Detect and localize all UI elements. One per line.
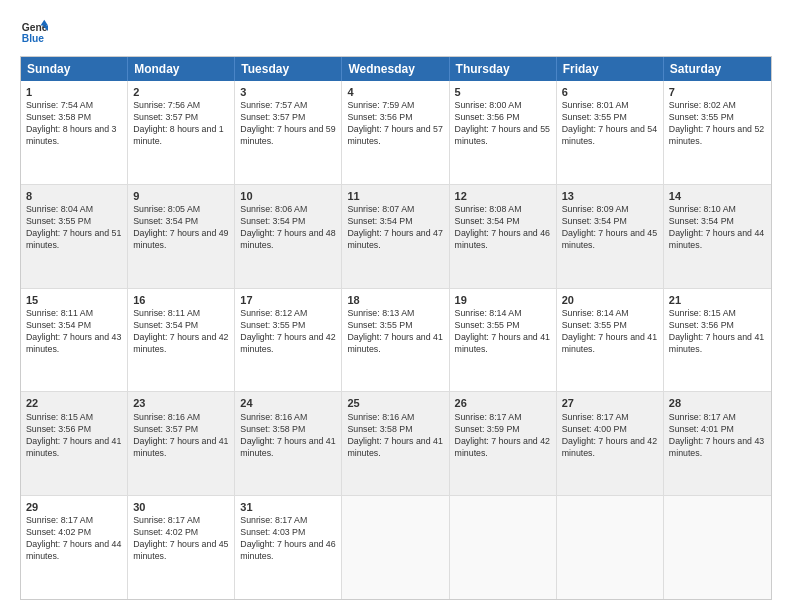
calendar-week-row: 29Sunrise: 8:17 AMSunset: 4:02 PMDayligh… bbox=[21, 495, 771, 599]
calendar-cell: 2Sunrise: 7:56 AMSunset: 3:57 PMDaylight… bbox=[128, 81, 235, 184]
cell-text: Sunrise: 8:07 AMSunset: 3:54 PMDaylight:… bbox=[347, 204, 442, 250]
calendar-cell: 27Sunrise: 8:17 AMSunset: 4:00 PMDayligh… bbox=[557, 392, 664, 495]
weekday-header: Sunday bbox=[21, 57, 128, 81]
calendar-body: 1Sunrise: 7:54 AMSunset: 3:58 PMDaylight… bbox=[21, 81, 771, 599]
calendar-cell: 5Sunrise: 8:00 AMSunset: 3:56 PMDaylight… bbox=[450, 81, 557, 184]
cell-text: Sunrise: 8:17 AMSunset: 3:59 PMDaylight:… bbox=[455, 412, 550, 458]
cell-text: Sunrise: 8:10 AMSunset: 3:54 PMDaylight:… bbox=[669, 204, 764, 250]
day-number: 22 bbox=[26, 396, 122, 410]
calendar-cell: 13Sunrise: 8:09 AMSunset: 3:54 PMDayligh… bbox=[557, 185, 664, 288]
day-number: 28 bbox=[669, 396, 766, 410]
day-number: 6 bbox=[562, 85, 658, 99]
calendar-cell: 15Sunrise: 8:11 AMSunset: 3:54 PMDayligh… bbox=[21, 289, 128, 392]
day-number: 10 bbox=[240, 189, 336, 203]
day-number: 5 bbox=[455, 85, 551, 99]
cell-text: Sunrise: 8:01 AMSunset: 3:55 PMDaylight:… bbox=[562, 100, 657, 146]
day-number: 16 bbox=[133, 293, 229, 307]
day-number: 11 bbox=[347, 189, 443, 203]
weekday-header: Monday bbox=[128, 57, 235, 81]
calendar-cell: 18Sunrise: 8:13 AMSunset: 3:55 PMDayligh… bbox=[342, 289, 449, 392]
calendar-cell: 29Sunrise: 8:17 AMSunset: 4:02 PMDayligh… bbox=[21, 496, 128, 599]
cell-text: Sunrise: 8:17 AMSunset: 4:02 PMDaylight:… bbox=[133, 515, 228, 561]
calendar-cell: 14Sunrise: 8:10 AMSunset: 3:54 PMDayligh… bbox=[664, 185, 771, 288]
calendar-week-row: 22Sunrise: 8:15 AMSunset: 3:56 PMDayligh… bbox=[21, 391, 771, 495]
weekday-header: Wednesday bbox=[342, 57, 449, 81]
calendar-cell bbox=[342, 496, 449, 599]
cell-text: Sunrise: 8:15 AMSunset: 3:56 PMDaylight:… bbox=[669, 308, 764, 354]
day-number: 12 bbox=[455, 189, 551, 203]
calendar-cell: 21Sunrise: 8:15 AMSunset: 3:56 PMDayligh… bbox=[664, 289, 771, 392]
weekday-header: Friday bbox=[557, 57, 664, 81]
calendar-cell: 22Sunrise: 8:15 AMSunset: 3:56 PMDayligh… bbox=[21, 392, 128, 495]
cell-text: Sunrise: 7:57 AMSunset: 3:57 PMDaylight:… bbox=[240, 100, 335, 146]
day-number: 18 bbox=[347, 293, 443, 307]
cell-text: Sunrise: 7:54 AMSunset: 3:58 PMDaylight:… bbox=[26, 100, 116, 146]
calendar-cell: 11Sunrise: 8:07 AMSunset: 3:54 PMDayligh… bbox=[342, 185, 449, 288]
calendar-cell: 9Sunrise: 8:05 AMSunset: 3:54 PMDaylight… bbox=[128, 185, 235, 288]
calendar-cell: 12Sunrise: 8:08 AMSunset: 3:54 PMDayligh… bbox=[450, 185, 557, 288]
calendar-cell: 24Sunrise: 8:16 AMSunset: 3:58 PMDayligh… bbox=[235, 392, 342, 495]
calendar-cell: 3Sunrise: 7:57 AMSunset: 3:57 PMDaylight… bbox=[235, 81, 342, 184]
calendar-cell: 25Sunrise: 8:16 AMSunset: 3:58 PMDayligh… bbox=[342, 392, 449, 495]
calendar-header: SundayMondayTuesdayWednesdayThursdayFrid… bbox=[21, 57, 771, 81]
day-number: 17 bbox=[240, 293, 336, 307]
calendar-week-row: 15Sunrise: 8:11 AMSunset: 3:54 PMDayligh… bbox=[21, 288, 771, 392]
cell-text: Sunrise: 8:02 AMSunset: 3:55 PMDaylight:… bbox=[669, 100, 764, 146]
weekday-header: Saturday bbox=[664, 57, 771, 81]
cell-text: Sunrise: 7:56 AMSunset: 3:57 PMDaylight:… bbox=[133, 100, 223, 146]
cell-text: Sunrise: 8:11 AMSunset: 3:54 PMDaylight:… bbox=[26, 308, 121, 354]
cell-text: Sunrise: 8:16 AMSunset: 3:58 PMDaylight:… bbox=[240, 412, 335, 458]
day-number: 7 bbox=[669, 85, 766, 99]
calendar-cell bbox=[557, 496, 664, 599]
cell-text: Sunrise: 8:00 AMSunset: 3:56 PMDaylight:… bbox=[455, 100, 550, 146]
calendar-cell: 1Sunrise: 7:54 AMSunset: 3:58 PMDaylight… bbox=[21, 81, 128, 184]
cell-text: Sunrise: 8:15 AMSunset: 3:56 PMDaylight:… bbox=[26, 412, 121, 458]
day-number: 19 bbox=[455, 293, 551, 307]
calendar-cell bbox=[664, 496, 771, 599]
calendar-cell: 17Sunrise: 8:12 AMSunset: 3:55 PMDayligh… bbox=[235, 289, 342, 392]
cell-text: Sunrise: 8:17 AMSunset: 4:00 PMDaylight:… bbox=[562, 412, 657, 458]
calendar-week-row: 8Sunrise: 8:04 AMSunset: 3:55 PMDaylight… bbox=[21, 184, 771, 288]
calendar-cell: 28Sunrise: 8:17 AMSunset: 4:01 PMDayligh… bbox=[664, 392, 771, 495]
cell-text: Sunrise: 8:13 AMSunset: 3:55 PMDaylight:… bbox=[347, 308, 442, 354]
day-number: 23 bbox=[133, 396, 229, 410]
day-number: 2 bbox=[133, 85, 229, 99]
day-number: 27 bbox=[562, 396, 658, 410]
cell-text: Sunrise: 8:16 AMSunset: 3:57 PMDaylight:… bbox=[133, 412, 228, 458]
day-number: 26 bbox=[455, 396, 551, 410]
calendar-cell: 30Sunrise: 8:17 AMSunset: 4:02 PMDayligh… bbox=[128, 496, 235, 599]
day-number: 9 bbox=[133, 189, 229, 203]
calendar-cell: 19Sunrise: 8:14 AMSunset: 3:55 PMDayligh… bbox=[450, 289, 557, 392]
cell-text: Sunrise: 8:17 AMSunset: 4:02 PMDaylight:… bbox=[26, 515, 121, 561]
logo: General Blue bbox=[20, 18, 48, 46]
cell-text: Sunrise: 8:16 AMSunset: 3:58 PMDaylight:… bbox=[347, 412, 442, 458]
weekday-header: Thursday bbox=[450, 57, 557, 81]
cell-text: Sunrise: 8:08 AMSunset: 3:54 PMDaylight:… bbox=[455, 204, 550, 250]
cell-text: Sunrise: 8:06 AMSunset: 3:54 PMDaylight:… bbox=[240, 204, 335, 250]
day-number: 14 bbox=[669, 189, 766, 203]
day-number: 24 bbox=[240, 396, 336, 410]
calendar-cell: 16Sunrise: 8:11 AMSunset: 3:54 PMDayligh… bbox=[128, 289, 235, 392]
cell-text: Sunrise: 8:12 AMSunset: 3:55 PMDaylight:… bbox=[240, 308, 335, 354]
day-number: 8 bbox=[26, 189, 122, 203]
calendar-cell: 4Sunrise: 7:59 AMSunset: 3:56 PMDaylight… bbox=[342, 81, 449, 184]
calendar-cell: 26Sunrise: 8:17 AMSunset: 3:59 PMDayligh… bbox=[450, 392, 557, 495]
day-number: 30 bbox=[133, 500, 229, 514]
cell-text: Sunrise: 8:14 AMSunset: 3:55 PMDaylight:… bbox=[562, 308, 657, 354]
day-number: 31 bbox=[240, 500, 336, 514]
day-number: 29 bbox=[26, 500, 122, 514]
calendar-cell: 7Sunrise: 8:02 AMSunset: 3:55 PMDaylight… bbox=[664, 81, 771, 184]
cell-text: Sunrise: 8:04 AMSunset: 3:55 PMDaylight:… bbox=[26, 204, 121, 250]
day-number: 13 bbox=[562, 189, 658, 203]
cell-text: Sunrise: 8:17 AMSunset: 4:01 PMDaylight:… bbox=[669, 412, 764, 458]
calendar-cell: 23Sunrise: 8:16 AMSunset: 3:57 PMDayligh… bbox=[128, 392, 235, 495]
weekday-header: Tuesday bbox=[235, 57, 342, 81]
cell-text: Sunrise: 8:14 AMSunset: 3:55 PMDaylight:… bbox=[455, 308, 550, 354]
calendar-cell: 20Sunrise: 8:14 AMSunset: 3:55 PMDayligh… bbox=[557, 289, 664, 392]
calendar-cell bbox=[450, 496, 557, 599]
day-number: 4 bbox=[347, 85, 443, 99]
svg-text:Blue: Blue bbox=[22, 33, 45, 44]
day-number: 20 bbox=[562, 293, 658, 307]
day-number: 15 bbox=[26, 293, 122, 307]
calendar-cell: 8Sunrise: 8:04 AMSunset: 3:55 PMDaylight… bbox=[21, 185, 128, 288]
